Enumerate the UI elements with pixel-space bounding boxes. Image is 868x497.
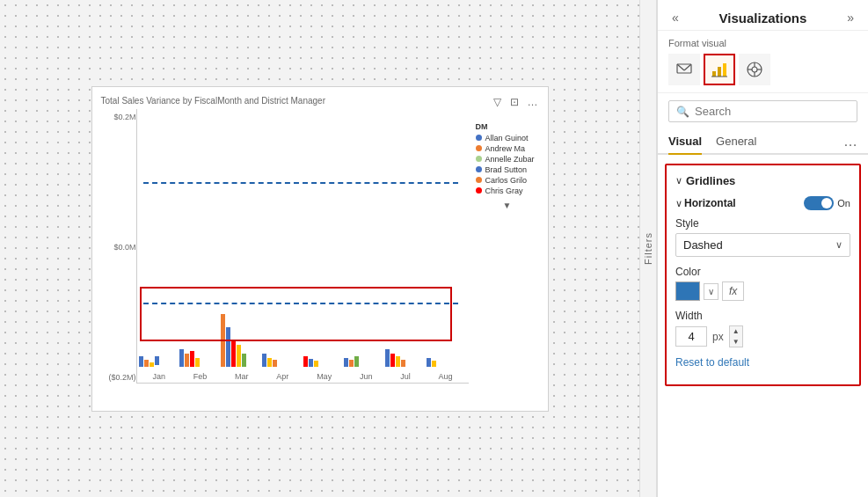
width-field-row: Width px ▲ ▼: [675, 310, 850, 347]
toggle[interactable]: On: [804, 196, 850, 210]
legend-item-4: Carlos Grilo: [476, 176, 539, 185]
width-row: px ▲ ▼: [675, 325, 850, 347]
svg-line-1: [677, 64, 684, 70]
legend-color-4: [476, 177, 482, 183]
y-label-top: $0.2M: [101, 113, 136, 121]
legend-item-5: Chris Gray: [476, 186, 539, 195]
color-label: Color: [675, 266, 850, 278]
chart-plot: Jan Feb Mar Apr May Jun Jul Aug: [136, 109, 469, 384]
svg-rect-3: [712, 71, 716, 77]
style-select[interactable]: Dashed ∨: [675, 233, 850, 257]
x-label-aug: Aug: [439, 372, 453, 381]
x-label-may: May: [317, 372, 332, 381]
x-label-mar: Mar: [235, 372, 249, 381]
tab-general[interactable]: General: [716, 129, 756, 155]
chart-container: ▽ ⊡ … Total Sales Variance by FiscalMont…: [91, 86, 549, 412]
style-value: Dashed: [683, 238, 723, 252]
filters-tab[interactable]: Filters: [639, 0, 657, 497]
tab-visual[interactable]: Visual: [668, 129, 702, 155]
legend-name-0: Allan Guinot: [485, 134, 529, 143]
sub-title: Horizontal: [684, 197, 804, 209]
width-input[interactable]: [675, 326, 707, 347]
chart-area: ▽ ⊡ … Total Sales Variance by FiscalMont…: [0, 0, 639, 497]
y-label-mid: $0.0M: [101, 243, 136, 252]
legend-item-3: Brad Sutton: [476, 165, 539, 174]
legend-color-1: [476, 145, 482, 151]
format-icon-chart[interactable]: [704, 54, 735, 85]
color-row: ∨ fx: [675, 281, 850, 301]
legend-title: DM: [476, 122, 539, 131]
x-label-jan: Jan: [152, 372, 165, 381]
panel-header: « Visualizations »: [658, 0, 868, 31]
style-label: Style: [675, 217, 850, 230]
toggle-label: On: [837, 198, 850, 208]
format-section: Format visual: [658, 31, 868, 93]
tab-more[interactable]: …: [843, 134, 857, 150]
format-label: Format visual: [668, 38, 857, 48]
legend-scroll[interactable]: ▼: [476, 201, 539, 210]
format-icon-notify[interactable]: [668, 54, 700, 85]
panel-title: Visualizations: [719, 11, 807, 26]
x-label-jul: Jul: [400, 372, 411, 381]
search-input[interactable]: [695, 105, 850, 118]
x-label-feb: Feb: [193, 372, 208, 381]
chart-legend: DM Allan Guinot Andrew Ma Annelle Zubar: [469, 109, 539, 398]
legend-item-2: Annelle Zubar: [476, 155, 539, 164]
fx-button[interactable]: fx: [722, 281, 744, 301]
color-field-row: Color ∨ fx: [675, 266, 850, 301]
width-stepper[interactable]: ▲ ▼: [729, 325, 743, 347]
collapse-right-btn[interactable]: »: [843, 9, 857, 26]
svg-point-8: [752, 67, 757, 72]
select-chevron-icon: ∨: [835, 239, 842, 251]
expand-icon[interactable]: ⊡: [507, 94, 522, 110]
svg-rect-5: [723, 63, 726, 77]
legend-name-2: Annelle Zubar: [485, 155, 535, 164]
legend-name-5: Chris Gray: [485, 186, 523, 195]
collapse-left-btn[interactable]: «: [668, 9, 682, 26]
x-label-jun: Jun: [360, 372, 373, 381]
color-swatch[interactable]: [675, 281, 700, 301]
width-label: Width: [675, 310, 850, 322]
filter-icon[interactable]: ▽: [491, 94, 504, 110]
legend-item-1: Andrew Ma: [476, 144, 539, 153]
sub-chevron[interactable]: ∨: [675, 198, 682, 209]
toggle-knob: [821, 198, 832, 208]
gridlines-section: ∨ Gridlines ∨ Horizontal On: [665, 164, 861, 386]
format-icons: [668, 54, 857, 85]
stepper-down[interactable]: ▼: [730, 337, 742, 347]
filters-label: Filters: [643, 232, 653, 265]
legend-color-0: [476, 135, 482, 141]
more-icon[interactable]: …: [525, 94, 541, 110]
color-dropdown-btn[interactable]: ∨: [704, 283, 718, 300]
right-panel: « Visualizations » Format visual: [657, 0, 868, 497]
chart-toolbar: ▽ ⊡ …: [491, 94, 541, 110]
reset-link[interactable]: Reset to default: [675, 356, 850, 369]
svg-rect-4: [718, 67, 721, 77]
chart-inner: $0.2M $0.0M ($0.2M): [101, 109, 539, 398]
legend-color-2: [476, 156, 482, 162]
format-icon-analytics[interactable]: [739, 54, 770, 85]
horizontal-subsection: ∨ Horizontal On Style Dashed ∨: [675, 196, 850, 369]
sub-header: ∨ Horizontal On: [675, 196, 850, 210]
toggle-track[interactable]: [804, 196, 834, 210]
section-title: Gridlines: [686, 174, 850, 187]
legend-name-4: Carlos Grilo: [485, 176, 528, 185]
legend-color-5: [476, 187, 482, 194]
legend-item-0: Allan Guinot: [476, 134, 539, 143]
style-field-row: Style Dashed ∨: [675, 217, 850, 257]
search-icon: 🔍: [676, 106, 689, 118]
legend-name-1: Andrew Ma: [485, 144, 526, 153]
stepper-up[interactable]: ▲: [730, 326, 742, 337]
legend-name-3: Brad Sutton: [485, 165, 528, 174]
x-label-apr: Apr: [276, 372, 288, 381]
tabs-row: Visual General …: [658, 129, 868, 155]
svg-line-2: [684, 64, 691, 70]
chart-title: Total Sales Variance by FiscalMonth and …: [101, 96, 539, 106]
section-chevron[interactable]: ∨: [675, 175, 682, 186]
width-unit: px: [712, 331, 724, 343]
section-header: ∨ Gridlines: [675, 174, 850, 187]
legend-color-3: [476, 166, 482, 172]
y-label-bot: ($0.2M): [101, 373, 136, 382]
search-box[interactable]: 🔍: [668, 100, 857, 122]
